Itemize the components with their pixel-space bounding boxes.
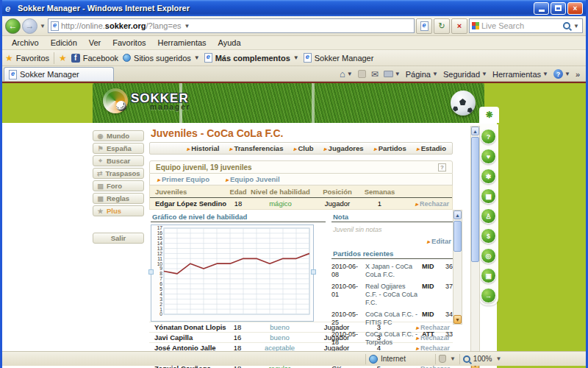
nav-estadio[interactable]: ▸Estadio	[417, 144, 446, 152]
sidebar-item-plus[interactable]: ★Plus	[93, 205, 144, 216]
nav-historial[interactable]: ▸Historial	[187, 144, 219, 152]
media-icon[interactable]: ▣	[481, 268, 496, 283]
back-button[interactable]: ←	[5, 18, 21, 34]
home-button[interactable]: ⌂▼	[340, 68, 353, 79]
home-icon: ⌂	[340, 68, 345, 79]
table-row: Javi Capilla 16 bueno Jugador 3 ▸Rechaza…	[149, 332, 453, 342]
editar-link[interactable]: ▸Editar	[427, 237, 451, 245]
sidebar-item-reglas[interactable]: ▦Reglas	[93, 193, 144, 204]
health-icon[interactable]: ♥	[481, 149, 496, 164]
search-input[interactable]: Live Search ▼	[469, 18, 583, 33]
sokker-logo[interactable]: SOKKER manager	[103, 88, 191, 113]
player-icon[interactable]: ♙	[481, 208, 496, 224]
print-button[interactable]: ▼	[384, 71, 401, 77]
refresh-button[interactable]: ↻	[434, 18, 450, 34]
search-magnifier-icon[interactable]	[563, 22, 570, 29]
stop-button[interactable]: ×	[451, 18, 467, 34]
page-scrollbar[interactable]: ▲ ▼	[470, 126, 480, 368]
favorite-sitios-sugeridos[interactable]: Sitios sugeridos▼	[123, 54, 200, 63]
search-dropdown-icon[interactable]: ▼	[573, 23, 580, 29]
nav-partidos[interactable]: ▸Partidos	[374, 144, 406, 152]
svg-text:9: 9	[159, 266, 162, 271]
sidebar-item-salir[interactable]: Salir	[93, 233, 144, 244]
pagina-menu[interactable]: Página▼	[406, 70, 438, 79]
nav-club[interactable]: ▸Club	[293, 144, 313, 152]
history-dropdown-icon[interactable]: ▼	[39, 23, 46, 29]
svg-text:5: 5	[159, 286, 162, 291]
panel-help-icon[interactable]: ?	[438, 163, 446, 171]
menu-bar: Archivo Edición Ver Favoritos Herramient…	[2, 36, 586, 50]
address-dropdown-icon[interactable]: ▼	[184, 23, 191, 29]
close-button[interactable]: ×	[567, 2, 583, 15]
skill-chart-svg: 01234567891011121314151617	[151, 225, 313, 321]
chart-handle-right[interactable]	[311, 269, 316, 275]
feeds-icon[interactable]	[358, 70, 366, 78]
forward-button[interactable]: →	[22, 18, 37, 34]
add-favorite-icon[interactable]: ★	[59, 53, 67, 63]
seguridad-menu[interactable]: Seguridad▼	[443, 70, 487, 79]
suggested-sites-icon	[123, 54, 131, 62]
favorite-mas-complementos[interactable]: Más complementos▼	[204, 53, 299, 63]
nav-transferencias[interactable]: ▸Transferencias	[229, 144, 283, 152]
sidebar-item-espana[interactable]: ⚑España	[93, 143, 144, 154]
sidebar-item-mundo[interactable]: ◉Mundo	[93, 130, 144, 141]
menu-favoritos[interactable]: Favoritos	[107, 37, 151, 49]
favorite-sokker-manager[interactable]: Sokker Manager	[304, 53, 374, 63]
chart-handle-left[interactable]	[148, 269, 154, 275]
help-button[interactable]: ?▼	[553, 69, 570, 79]
minimize-button[interactable]	[534, 2, 549, 15]
rechazar-link[interactable]: ▸Rechazar	[396, 200, 452, 208]
match-row[interactable]: 2010-06-08X Japan - CoCa CoLa F.C.MID36	[331, 261, 453, 280]
inner-panel-scrollbar[interactable]: ▲ ▼	[453, 210, 462, 325]
finance-icon[interactable]: $	[481, 228, 496, 244]
sidebar-item-buscar[interactable]: ⌖Buscar	[93, 155, 144, 166]
table-row: Yónatan Donat Llopis 18 bueno Jugador 3 …	[149, 322, 453, 332]
rechazar-link[interactable]: ▸Rechazar	[395, 324, 453, 331]
scroll-thumb[interactable]	[453, 221, 462, 252]
ball-icon[interactable]: ◎	[481, 248, 496, 263]
next-arrow-icon[interactable]: →	[481, 288, 496, 303]
protected-mode-button[interactable]: ▼	[439, 355, 456, 363]
menu-edicion[interactable]: Edición	[46, 37, 82, 49]
scroll-up-icon[interactable]: ▲	[471, 127, 479, 135]
scroll-up-icon[interactable]: ▲	[453, 210, 462, 219]
flag-icon: ⚑	[97, 145, 104, 152]
svg-text:10: 10	[157, 261, 163, 266]
link-equipo-juvenil[interactable]: ▸Equipo Juvenil	[226, 175, 280, 183]
address-input[interactable]: http://online.sokker.org/?lang=es ▼	[48, 18, 415, 33]
quick-icons: ? ♥ ✱ ▦ ♙ $ ◎ ▣ →	[481, 129, 496, 303]
favorites-button[interactable]: ★Favoritos	[5, 53, 49, 63]
skill-chart: 01234567891011121314151617	[151, 224, 314, 322]
sidebar-item-foro[interactable]: ▤Foro	[93, 180, 144, 191]
menu-ver[interactable]: Ver	[84, 37, 107, 49]
note-empty-text: Juvenil sin notas	[331, 222, 453, 235]
svg-text:8: 8	[159, 271, 162, 276]
menu-archivo[interactable]: Archivo	[7, 37, 44, 49]
chevron-more-icon[interactable]: »	[576, 70, 580, 79]
live-search-icon	[472, 22, 479, 29]
stadium-icon[interactable]: ▦	[481, 188, 496, 204]
panel-header: Equipo juvenil, 19 juveniles ?	[149, 160, 453, 174]
scroll-thumb[interactable]	[471, 137, 479, 262]
maximize-button[interactable]	[551, 2, 566, 15]
mail-icon[interactable]: ✉	[371, 69, 379, 79]
rechazar-link[interactable]: ▸Rechazar	[395, 334, 453, 342]
nav-jugadores[interactable]: ▸Jugadores	[324, 144, 364, 152]
idea-icon[interactable]: ✱	[481, 169, 496, 184]
compatibility-view-button[interactable]	[416, 18, 432, 34]
zoom-control[interactable]: 100% ▼	[463, 355, 503, 363]
herramientas-menu[interactable]: Herramientas▼	[492, 70, 548, 79]
help-icon: ?	[553, 69, 563, 79]
link-primer-equipo[interactable]: ▸Primer Equipo	[157, 175, 209, 183]
sidebar-item-traspasos[interactable]: ⇄Traspasos	[93, 168, 144, 179]
rechazar-link[interactable]: ▸Rechazar	[395, 344, 453, 352]
favorite-facebook[interactable]: fFacebook	[71, 54, 118, 63]
scroll-down-icon[interactable]: ▼	[453, 315, 462, 324]
help-bubble-icon[interactable]: ?	[481, 129, 496, 144]
menu-herramientas[interactable]: Herramientas	[153, 37, 212, 49]
forum-icon: ▤	[97, 183, 104, 190]
match-row[interactable]: 2010-06-01Real Ogijares C.F. - CoCa CoLa…	[331, 280, 453, 308]
address-bar-row: ← → ▼ http://online.sokker.org/?lang=es …	[2, 16, 586, 36]
menu-ayuda[interactable]: Ayuda	[213, 37, 246, 49]
tab-sokker-manager[interactable]: Sokker Manager	[4, 67, 114, 81]
